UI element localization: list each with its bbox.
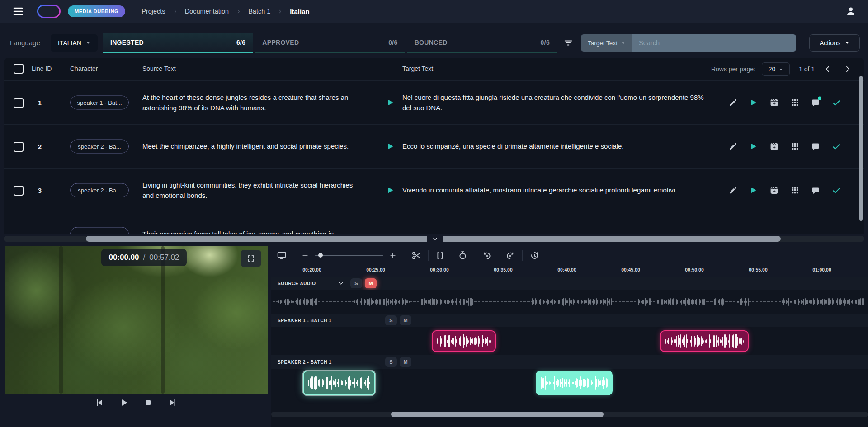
audio-clip-teal-selected[interactable] [303, 371, 375, 395]
chevron-right-icon[interactable] [841, 62, 854, 76]
solo-button[interactable]: S [385, 357, 397, 367]
character-chip[interactable]: speaker 2 - Ba... [70, 183, 129, 197]
comment-icon[interactable] [811, 142, 820, 151]
tab-approved[interactable]: APPROVED0/6 [255, 33, 405, 53]
audio-clip-pink[interactable] [660, 330, 749, 352]
caret-down-icon [845, 41, 849, 45]
row-checkbox[interactable] [14, 186, 24, 196]
clapperboard-add-icon[interactable] [769, 186, 779, 195]
column-header-character: Character [70, 65, 98, 72]
zoom-slider-thumb[interactable] [318, 253, 323, 258]
track-name: SOURCE AUDIO [278, 281, 316, 286]
row-play-icon[interactable] [749, 142, 758, 151]
row-play-icon[interactable] [749, 99, 758, 107]
history-icon[interactable] [530, 251, 539, 260]
breadcrumb-item[interactable]: Documentation [185, 8, 229, 15]
search-column-select[interactable]: Target Text [581, 34, 632, 52]
row-play-icon[interactable] [749, 186, 758, 195]
source-play-icon[interactable] [386, 98, 395, 107]
hamburger-menu-icon[interactable] [13, 6, 24, 17]
row-checkbox[interactable] [14, 98, 24, 108]
toolbar-divider [404, 250, 404, 261]
source-play-icon[interactable] [386, 142, 395, 151]
breadcrumb-item[interactable]: Italian [290, 8, 309, 15]
approve-check-icon[interactable] [832, 142, 841, 151]
edit-icon[interactable] [729, 142, 737, 151]
tab-bounced[interactable]: BOUNCED0/6 [407, 33, 557, 53]
column-header-line-id: Line ID [32, 65, 52, 72]
table-row: 1speaker 1 - Bat...At the heart of these… [4, 80, 864, 124]
comment-icon[interactable] [811, 186, 820, 195]
video-preview[interactable]: 00:00.00 / 00:57.02 [5, 246, 268, 394]
mute-button[interactable]: M [365, 278, 377, 288]
solo-button[interactable]: S [385, 315, 397, 325]
media-dubbing-badge: MEDIA DUBBING [68, 5, 125, 17]
user-icon[interactable] [845, 6, 856, 17]
tab-ingested[interactable]: INGESTED6/6 [103, 33, 253, 53]
scissors-icon[interactable] [411, 251, 421, 260]
character-chip[interactable] [70, 227, 129, 235]
actions-button[interactable]: Actions [809, 34, 860, 52]
select-all-checkbox[interactable] [14, 64, 24, 74]
mute-button[interactable]: M [400, 315, 411, 325]
zoom-out-icon[interactable] [302, 252, 309, 259]
chevron-left-icon[interactable] [821, 62, 835, 76]
fullscreen-button[interactable] [241, 250, 261, 267]
character-chip[interactable]: speaker 1 - Bat... [70, 96, 129, 110]
stopwatch-icon[interactable] [458, 251, 467, 260]
mute-button[interactable]: M [400, 357, 411, 367]
language-select[interactable]: ITALIAN [51, 34, 98, 52]
search-group: Target Text [581, 34, 796, 52]
brackets-icon[interactable] [436, 251, 444, 260]
source-play-icon[interactable] [386, 186, 395, 195]
comment-icon[interactable] [811, 98, 820, 107]
edit-icon[interactable] [729, 186, 737, 195]
search-input[interactable] [632, 34, 796, 52]
approve-check-icon[interactable] [832, 186, 841, 195]
redo-rotate-icon[interactable] [505, 251, 515, 260]
row-actions [729, 98, 841, 108]
grid-icon[interactable] [791, 186, 799, 195]
solo-button[interactable]: S [350, 278, 362, 288]
speaker-lane[interactable] [271, 327, 868, 355]
timeline-horizontal-scrollbar-thumb[interactable] [391, 412, 604, 417]
app-logo-inner [38, 6, 59, 17]
toolbar-divider [294, 250, 294, 261]
table-vertical-scrollbar[interactable] [859, 76, 863, 221]
clapperboard-add-icon[interactable] [769, 142, 779, 151]
stop-button[interactable] [143, 398, 153, 408]
breadcrumb-item[interactable]: Projects [142, 8, 165, 15]
timeline-panel: 00:20.0000:25.0000:30.0000:35.0000:40.00… [271, 246, 868, 427]
source-audio-lane[interactable] [271, 290, 868, 314]
app-logo[interactable] [37, 5, 61, 18]
filter-icon[interactable] [563, 38, 573, 48]
table-row: Their expressive faces tell tales of joy… [4, 212, 864, 234]
breadcrumb-item[interactable]: Batch 1 [248, 8, 270, 15]
play-button[interactable] [119, 398, 129, 408]
ruler-tick-label: 00:40.00 [557, 267, 576, 272]
grid-icon[interactable] [791, 142, 799, 151]
zoom-in-icon[interactable] [389, 252, 396, 259]
skip-end-button[interactable] [168, 398, 178, 408]
audio-clip-pink[interactable] [432, 330, 496, 352]
character-chip[interactable]: speaker 2 - Ba... [70, 140, 129, 154]
source-text: Meet the chimpanzee, a highly intelligen… [142, 141, 359, 151]
skip-start-button[interactable] [94, 398, 104, 408]
edit-icon[interactable] [729, 99, 737, 107]
source-text: At the heart of these dense jungles resi… [142, 92, 359, 113]
approve-check-icon[interactable] [832, 98, 841, 107]
grid-icon[interactable] [791, 99, 799, 107]
breadcrumb-separator-icon [278, 9, 283, 14]
audio-clip-teal[interactable] [536, 371, 613, 395]
monitor-icon[interactable] [277, 250, 287, 260]
undo-rotate-icon[interactable] [482, 251, 492, 260]
timeline-ruler[interactable]: 00:20.0000:25.0000:30.0000:35.0000:40.00… [271, 264, 868, 277]
row-checkbox[interactable] [14, 142, 24, 152]
panel-collapse-button[interactable] [427, 236, 443, 242]
rows-per-page-select[interactable]: 20 [762, 62, 790, 76]
track-caret-down-icon[interactable] [338, 281, 344, 286]
zoom-slider[interactable] [315, 255, 383, 256]
clapperboard-add-icon[interactable] [769, 98, 779, 108]
speaker-lane[interactable] [271, 369, 868, 398]
table-horizontal-scrollbar [4, 236, 864, 242]
